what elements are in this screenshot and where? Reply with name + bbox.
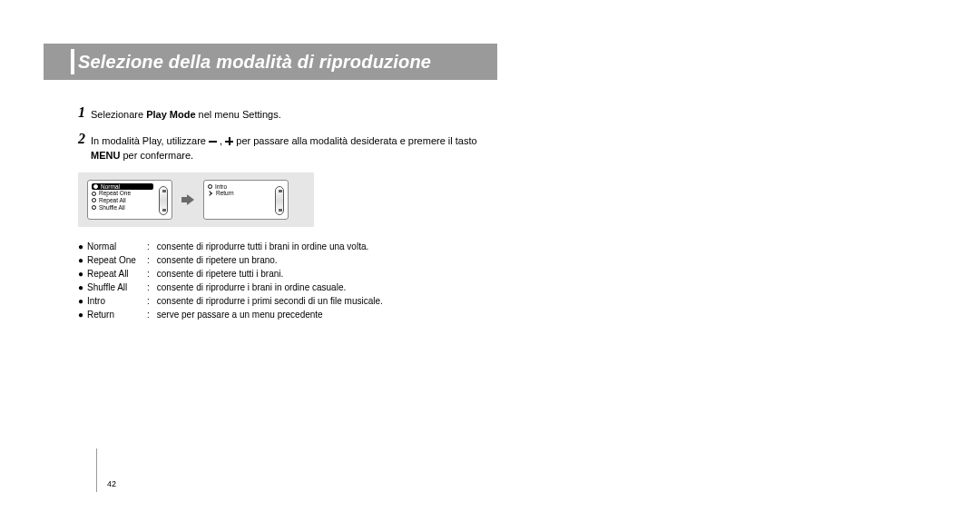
menu-label: Repeat All <box>99 197 126 204</box>
glossary-term: Intro <box>87 294 143 308</box>
menu-label: Shuffle All <box>99 204 125 212</box>
plus-icon <box>225 137 233 145</box>
glossary-sep: : <box>147 294 153 308</box>
minus-icon <box>209 141 217 143</box>
glossary-desc: consente di riprodurre i brani in ordine… <box>157 281 497 294</box>
menu-label: Intro <box>215 183 227 191</box>
radio-icon <box>92 192 96 196</box>
arrow-right-icon <box>181 194 194 205</box>
jog-dial-icon <box>275 186 284 215</box>
glossary-term: Repeat One <box>87 253 143 267</box>
glossary-list: ●Normal:consente di riprodurre tutti i b… <box>78 240 497 321</box>
glossary-term: Shuffle All <box>87 281 143 294</box>
glossary-sep: : <box>147 281 153 294</box>
device-left: Normal Repeat One Repeat All Shuffle All <box>87 180 172 220</box>
glossary-row: ●Repeat One:consente di ripetere un bran… <box>78 253 497 267</box>
glossary-row: ●Return:serve per passare a un menu prec… <box>78 308 497 321</box>
menu-item: Shuffle All <box>92 204 153 212</box>
glossary-desc: consente di riprodurre i primi secondi d… <box>157 294 497 308</box>
glossary-term: Return <box>87 308 143 321</box>
bullet-icon: ● <box>78 253 83 267</box>
text: per passare alla modalità desiderata e p… <box>233 135 476 146</box>
menu-item: Repeat All <box>92 197 153 204</box>
jog-dial-icon <box>159 186 168 215</box>
device-screen: Intro Return <box>208 183 270 216</box>
glossary-desc: consente di ripetere un brano. <box>157 253 497 267</box>
menu-item: Return <box>208 190 270 197</box>
glossary-row: ●Repeat All:consente di ripetere tutti i… <box>78 267 497 281</box>
glossary-sep: : <box>147 253 153 267</box>
menu-label: Repeat One <box>99 190 131 197</box>
section-header: Selezione della modalità di riproduzione <box>44 44 497 80</box>
bullet-icon: ● <box>78 240 83 253</box>
text: In modalità Play, utilizzare <box>91 135 209 146</box>
menu-label: Normal <box>101 183 120 191</box>
text-bold: Play Mode <box>146 109 195 120</box>
bullet-icon: ● <box>78 294 83 308</box>
step-text: In modalità Play, utilizzare , per passa… <box>91 132 497 163</box>
glossary-row: ●Intro:consente di riprodurre i primi se… <box>78 294 497 308</box>
glossary-sep: : <box>147 267 153 281</box>
radio-icon <box>92 205 96 210</box>
glossary-row: ●Normal:consente di riprodurre tutti i b… <box>78 240 497 253</box>
bullet-icon: ● <box>78 267 83 281</box>
step-2: 2 In modalità Play, utilizzare , per pas… <box>78 132 497 163</box>
device-screen: Normal Repeat One Repeat All Shuffle All <box>92 183 153 216</box>
step-number: 2 <box>78 132 85 163</box>
menu-label: Return <box>216 190 234 197</box>
section-title: Selezione della modalità di riproduzione <box>78 52 431 73</box>
step-text: Selezionare Play Mode nel menu Settings. <box>91 105 497 123</box>
text: , <box>217 135 225 146</box>
glossary-sep: : <box>147 308 153 321</box>
glossary-term: Normal <box>87 240 143 253</box>
menu-item-selected: Normal <box>92 183 153 191</box>
bullet-icon: ● <box>78 281 83 294</box>
content-block: 1 Selezionare Play Mode nel menu Setting… <box>44 105 497 321</box>
glossary-desc: serve per passare a un menu precedente <box>157 308 497 321</box>
bullet-icon: ● <box>78 308 83 321</box>
menu-item: Repeat One <box>92 190 153 197</box>
glossary-desc: consente di ripetere tutti i brani. <box>157 267 497 281</box>
caret-icon <box>207 191 212 196</box>
text: nel menu Settings. <box>196 109 281 120</box>
page-number: 42 <box>107 479 116 488</box>
step-1: 1 Selezionare Play Mode nel menu Setting… <box>78 105 497 123</box>
device-illustration: Normal Repeat One Repeat All Shuffle All… <box>78 172 314 227</box>
text: Selezionare <box>91 109 146 120</box>
menu-item: Intro <box>208 183 270 191</box>
radio-icon <box>93 184 98 189</box>
glossary-row: ●Shuffle All:consente di riprodurre i br… <box>78 281 497 294</box>
page-gutter-line <box>96 448 97 492</box>
glossary-desc: consente di riprodurre tutti i brani in … <box>157 240 497 253</box>
text: per confermare. <box>120 150 193 161</box>
glossary-sep: : <box>147 240 153 253</box>
radio-icon <box>208 184 212 189</box>
text-bold: MENU <box>91 150 120 161</box>
device-right: Intro Return <box>203 180 289 220</box>
step-number: 1 <box>78 105 85 123</box>
radio-icon <box>92 198 96 202</box>
glossary-term: Repeat All <box>87 267 143 281</box>
manual-page: Selezione della modalità di riproduzione… <box>44 44 497 488</box>
